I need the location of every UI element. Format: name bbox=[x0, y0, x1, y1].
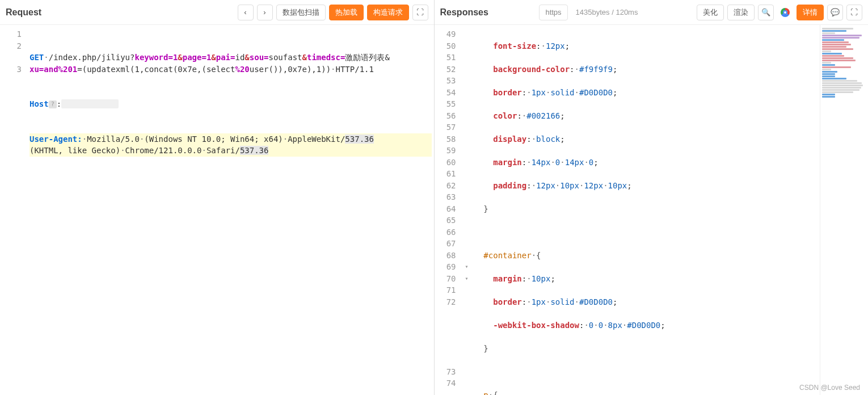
minimap[interactable] bbox=[820, 25, 868, 395]
nav-prev-button[interactable]: ‹ bbox=[238, 5, 254, 20]
response-editor[interactable]: 4950515253545556575859606162636465666768… bbox=[435, 25, 869, 395]
expand-request-button[interactable]: ⛶ bbox=[412, 5, 428, 20]
chrome-icon-container[interactable] bbox=[777, 5, 793, 20]
construct-request-button[interactable]: 构造请求 bbox=[367, 5, 409, 20]
request-pane: Request ‹ › 数据包扫描 热加载 构造请求 ⛶ 1 2 3 GET·/… bbox=[0, 0, 435, 395]
response-code[interactable]: font-size:·12px; background-color:·#f9f9… bbox=[472, 25, 820, 395]
response-header: Responses https 1435bytes / 120ms 美化 渲染 … bbox=[435, 0, 869, 25]
response-gutter: 4950515253545556575859606162636465666768… bbox=[435, 25, 462, 395]
request-gutter: 1 2 3 bbox=[0, 25, 27, 395]
beautify-button[interactable]: 美化 bbox=[697, 5, 724, 20]
chevron-right-icon: › bbox=[263, 8, 266, 16]
fold-toggle-69[interactable]: ▾ bbox=[462, 261, 472, 273]
response-title: Responses bbox=[440, 7, 488, 18]
request-line-2: Host?: bbox=[30, 98, 432, 110]
watermark: CSDN @Love Seed bbox=[799, 384, 860, 392]
response-stats: 1435bytes / 120ms bbox=[571, 8, 643, 16]
search-icon: 🔍 bbox=[761, 8, 770, 16]
search-button[interactable]: 🔍 bbox=[758, 5, 774, 20]
chat-icon: 💬 bbox=[831, 8, 840, 16]
request-code[interactable]: GET·/index.php/jiliyu?keyword=1&page=1&p… bbox=[27, 25, 434, 395]
scan-packet-button[interactable]: 数据包扫描 bbox=[276, 5, 326, 20]
fold-toggle-70[interactable]: ▾ bbox=[462, 273, 472, 285]
expand-response-button[interactable]: ⛶ bbox=[846, 5, 862, 20]
nav-next-button[interactable]: › bbox=[257, 5, 273, 20]
response-pane: Responses https 1435bytes / 120ms 美化 渲染 … bbox=[435, 0, 869, 395]
render-button[interactable]: 渲染 bbox=[727, 5, 755, 20]
request-line-3: User-Agent:·Mozilla/5.0·(Windows NT 10.0… bbox=[30, 133, 432, 157]
request-editor[interactable]: 1 2 3 GET·/index.php/jiliyu?keyword=1&pa… bbox=[0, 25, 434, 395]
fold-gutter: ▾ ▾ bbox=[462, 25, 472, 395]
chrome-icon bbox=[781, 8, 790, 17]
detail-button[interactable]: 详情 bbox=[797, 5, 824, 20]
request-header: Request ‹ › 数据包扫描 热加载 构造请求 ⛶ bbox=[0, 0, 434, 25]
chevron-left-icon: ‹ bbox=[244, 8, 246, 16]
hot-load-button[interactable]: 热加载 bbox=[329, 5, 364, 20]
expand-icon: ⛶ bbox=[850, 8, 858, 16]
proto-chip[interactable]: https bbox=[539, 5, 567, 20]
request-line-1: GET·/index.php/jiliyu?keyword=1&page=1&p… bbox=[30, 52, 432, 75]
expand-icon: ⛶ bbox=[416, 8, 424, 16]
request-title: Request bbox=[6, 7, 41, 18]
chat-button[interactable]: 💬 bbox=[827, 5, 843, 20]
host-hint-icon: ? bbox=[49, 100, 57, 108]
